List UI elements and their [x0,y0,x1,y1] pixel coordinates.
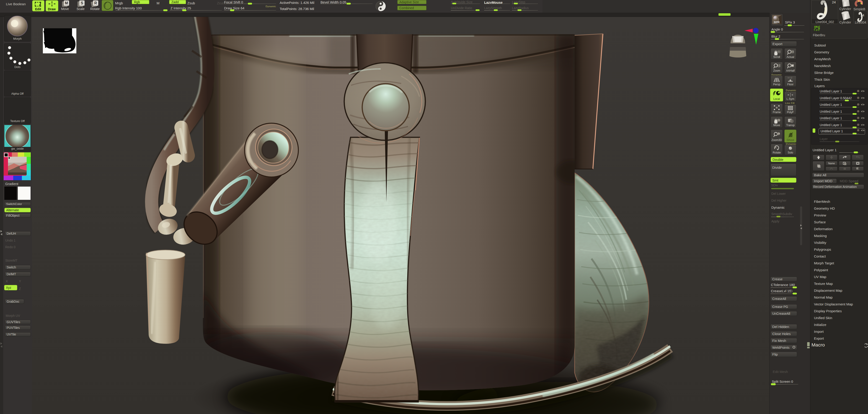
svg-text:x1: x1 [792,51,794,53]
svg-text:X Y Z: X Y Z [787,77,792,79]
